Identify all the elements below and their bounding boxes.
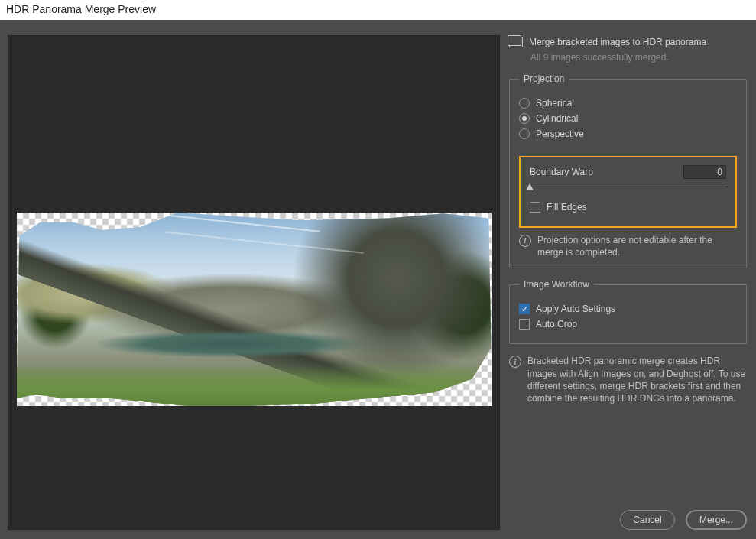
projection-legend: Projection [519,73,569,84]
info-icon: i [509,356,521,368]
radio-icon [519,128,530,139]
checkbox-label: Apply Auto Settings [536,304,615,314]
checkbox-label: Fill Edges [547,202,587,213]
apply-auto-settings-checkbox[interactable]: Apply Auto Settings [519,304,737,314]
merge-header: Merge bracketed images to HDR panorama [509,37,747,47]
settings-pane: Merge bracketed images to HDR panorama A… [506,20,756,539]
checkbox-icon [530,202,540,213]
radio-icon [519,98,530,109]
panorama-image [17,213,492,406]
projection-group: Projection Spherical Cylindrical Perspec… [509,73,747,268]
merge-title: Merge bracketed images to HDR panorama [529,37,706,47]
checkbox-icon [519,319,530,330]
dialog-buttons: Cancel Merge... [620,510,747,530]
boundary-warp-label: Boundary Warp [530,167,593,177]
info-icon: i [519,235,531,247]
workflow-legend: Image Workflow [519,279,594,290]
merge-button[interactable]: Merge... [686,510,747,530]
checkbox-label: Auto Crop [536,319,577,330]
projection-cylindrical[interactable]: Cylindrical [519,113,737,124]
dialog-body: Merge bracketed images to HDR panorama A… [0,20,756,539]
panorama-preview [17,213,492,406]
workflow-group: Image Workflow Apply Auto Settings Auto … [509,279,747,344]
projection-note-text: Projection options are not editable afte… [537,234,737,258]
radio-label: Cylindrical [536,113,578,124]
slider-thumb[interactable] [526,183,534,190]
checkbox-icon [519,304,530,314]
projection-perspective[interactable]: Perspective [519,128,737,139]
auto-crop-checkbox[interactable]: Auto Crop [519,319,737,330]
preview-pane [0,20,506,539]
projection-note: i Projection options are not editable af… [519,234,737,258]
boundary-warp-slider[interactable] [530,182,726,193]
radio-label: Spherical [536,98,574,109]
boundary-warp-highlight: Boundary Warp Fill Edges [519,156,737,228]
slider-track [530,187,726,187]
boundary-warp-value[interactable] [683,165,726,179]
projection-spherical[interactable]: Spherical [519,98,737,109]
cancel-button[interactable]: Cancel [620,510,675,530]
radio-icon [519,113,530,124]
footer-note-text: Bracketed HDR panoramic merge creates HD… [527,355,747,404]
stack-icon [509,37,523,47]
fill-edges-checkbox[interactable]: Fill Edges [530,202,726,213]
preview-frame [8,35,500,530]
merge-status: All 9 images successfully merged. [530,52,747,63]
radio-label: Perspective [536,128,584,139]
footer-note: i Bracketed HDR panoramic merge creates … [509,355,747,404]
